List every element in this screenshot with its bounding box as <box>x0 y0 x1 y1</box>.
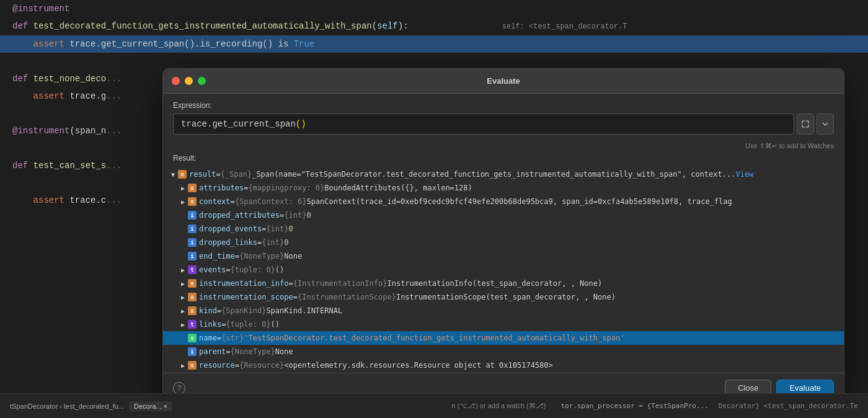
help-button[interactable]: ? <box>173 382 185 394</box>
tree-arrow-events[interactable]: ▶ <box>178 265 188 275</box>
tree-item-resource[interactable]: ▶ ≡ resource = {Resource} <opentelemetry… <box>163 358 844 372</box>
tree-key-result: result <box>189 170 216 179</box>
tree-arrow-links[interactable]: ▶ <box>178 319 188 329</box>
dropdown-button[interactable] <box>817 113 834 135</box>
tree-item-dropped-attributes[interactable]: i dropped_attributes = {int} 0 <box>163 208 844 222</box>
tree-arrow-result[interactable]: ▼ <box>168 169 178 179</box>
tree-item-dropped-events[interactable]: i dropped_events = {int} 0 <box>163 222 844 236</box>
modal-body: Expression: trace.get_current_span() <box>163 94 844 373</box>
modal-titlebar: Evaluate <box>163 69 844 94</box>
code-line-1: @instrument <box>0 0 868 17</box>
tree-item-links[interactable]: ▶ t links = {tuple: 0} () <box>163 318 844 331</box>
window-controls <box>172 77 206 85</box>
close-window-button[interactable] <box>172 77 180 85</box>
tree-item-result[interactable]: ▼ ≡ result = {_Span} _Span(name="TestSpa… <box>163 167 844 181</box>
tree-item-attributes[interactable]: ▶ ≡ attributes = {mappingproxy: 0} Bound… <box>163 181 844 195</box>
debug-panel: tSpanDecorator › test_decorated_fu... De… <box>0 393 868 418</box>
tree-arrow-context[interactable]: ▶ <box>178 197 188 207</box>
tree-arrow-inst-scope[interactable]: ▶ <box>178 292 188 302</box>
tree-arrow-attributes[interactable]: ▶ <box>178 183 188 193</box>
tree-icon-context: ≡ <box>188 197 197 206</box>
expression-text: trace.get_current_span() <box>181 119 306 129</box>
tree-link-view[interactable]: View <box>735 170 753 179</box>
debug-var: tor.span_processor = {TestSpanPro... <box>560 402 708 410</box>
tree-item-parent[interactable]: i parent = {NoneType} None <box>163 345 844 358</box>
tree-item-dropped-links[interactable]: i dropped_links = {int} 0 <box>163 236 844 249</box>
debug-breadcrumb: tSpanDecorator › test_decorated_fu... <box>10 402 124 410</box>
minimize-window-button[interactable] <box>185 77 193 85</box>
tree-icon-dropped-links: i <box>188 238 197 247</box>
tree-view[interactable]: ▼ ≡ result = {_Span} _Span(name="TestSpa… <box>163 167 844 373</box>
code-line-3: assert trace.get_current_span().is_recor… <box>0 35 868 53</box>
tree-icon-events: t <box>188 265 197 274</box>
tree-icon-end-time: i <box>188 252 197 260</box>
tree-icon-inst-info: ≡ <box>188 279 197 288</box>
tree-icon-name: s <box>188 334 197 342</box>
tree-icon-dropped-events: i <box>188 225 197 233</box>
tree-item-instrumentation-info[interactable]: ▶ ≡ instrumentation_info = {Instrumentat… <box>163 277 844 290</box>
code-line-2: def test_decorated_function_gets_instrum… <box>0 17 868 35</box>
watches-hint: Use ⇧⌘↵ to add to Watches <box>163 140 844 154</box>
tree-arrow-kind[interactable]: ▶ <box>178 306 188 316</box>
debug-tab[interactable]: Decora... × <box>129 401 172 411</box>
tree-icon-kind: ≡ <box>188 306 197 315</box>
tree-item-end-time[interactable]: i end_time = {NoneType} None <box>163 249 844 263</box>
tree-icon-result: ≡ <box>178 170 187 179</box>
tree-icon-parent: i <box>188 347 197 356</box>
result-label: Result: <box>173 154 834 162</box>
debug-hint: n (⌥⎇) or add a watch (⌘⎇) <box>451 402 546 410</box>
expression-input-row: trace.get_current_span() <box>173 113 834 135</box>
expression-section: Expression: trace.get_current_span() <box>163 94 844 140</box>
maximize-window-button[interactable] <box>198 77 206 85</box>
debug-type: Decorator} <test_span_decorator.Te <box>719 402 858 410</box>
modal-title: Evaluate <box>487 76 520 86</box>
tree-icon-links: t <box>188 320 197 329</box>
expression-display: trace.get_current_span() <box>173 113 794 135</box>
evaluate-modal: Evaluate Expression: trace.get_current_s… <box>162 68 844 403</box>
tree-icon-inst-scope: ≡ <box>188 293 197 301</box>
tree-item-name[interactable]: s name = {str} 'TestSpanDecorator.test_d… <box>163 331 844 345</box>
tree-arrow-resource[interactable]: ▶ <box>178 360 188 370</box>
result-section: Result: <box>163 154 844 167</box>
expression-label: Expression: <box>173 101 834 110</box>
tree-icon-dropped-attr: i <box>188 211 197 220</box>
tree-item-kind[interactable]: ▶ ≡ kind = {SpanKind} SpanKind.INTERNAL <box>163 304 844 318</box>
expand-button[interactable] <box>797 113 814 135</box>
code-line-4 <box>0 53 868 70</box>
tree-arrow-dropped-attr <box>178 210 188 220</box>
tree-item-events[interactable]: ▶ t events = {tuple: 0} () <box>163 263 844 277</box>
tree-item-instrumentation-scope[interactable]: ▶ ≡ instrumentation_scope = {Instrumenta… <box>163 290 844 304</box>
tree-icon-resource: ≡ <box>188 361 197 370</box>
tree-item-context[interactable]: ▶ ≡ context = {SpanContext: 6} SpanConte… <box>163 195 844 208</box>
tree-icon-attributes: ≡ <box>188 184 197 192</box>
tree-arrow-inst-info[interactable]: ▶ <box>178 278 188 288</box>
